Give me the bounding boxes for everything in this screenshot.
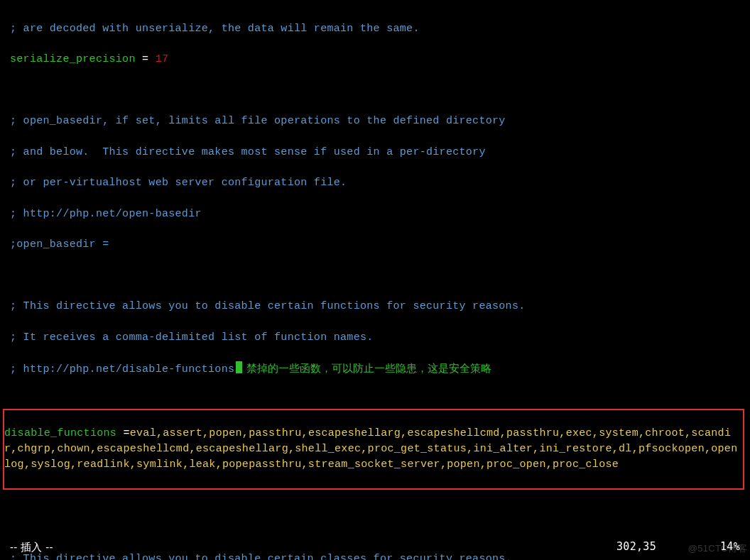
equals-sign: =	[123, 427, 129, 439]
ini-value-number: 17	[156, 53, 169, 65]
code-line: ; and below. This directive makes most s…	[10, 145, 747, 160]
equals-sign: =	[136, 53, 156, 65]
blank-line	[10, 268, 747, 284]
comment-text: ; This directive allows you to disable c…	[10, 300, 526, 312]
comment-text: ; It receives a comma-delimited list of …	[10, 331, 374, 344]
statusbar-spacer	[53, 539, 616, 555]
insert-cursor	[236, 361, 242, 373]
code-line: ; It receives a comma-delimited list of …	[10, 330, 747, 346]
comment-text: ; or per-virtualhost web server configur…	[10, 177, 347, 189]
comment-text: ; and below. This directive makes most s…	[10, 146, 486, 158]
code-line: ; are decoded with unserialize, the data…	[10, 21, 747, 37]
code-line: ; This directive allows you to disable c…	[10, 299, 747, 314]
blank-line	[10, 83, 747, 99]
vim-mode-indicator: -- 插入 --	[10, 539, 53, 555]
code-line: serialize_precision = 17	[10, 52, 747, 67]
ini-key: disable_functions	[4, 427, 123, 439]
code-line: ; http://php.net/disable-functions禁掉的一些函…	[10, 361, 747, 378]
code-line: ; open_basedir, if set, limits all file …	[10, 114, 747, 129]
blank-line	[10, 521, 747, 537]
scroll-percent: 14%	[720, 539, 740, 555]
code-line: ; or per-virtualhost web server configur…	[10, 175, 747, 191]
comment-text: ; http://php.net/open-basedir	[10, 208, 202, 220]
ini-key: serialize_precision	[10, 53, 136, 65]
comment-text: ;open_basedir =	[10, 238, 109, 251]
vim-status-bar: -- 插入 -- 302,35 14%	[0, 539, 750, 555]
annotation-chinese: 禁掉的一些函数，可以防止一些隐患，这是安全策略	[246, 362, 491, 374]
editor-viewport[interactable]: ; are decoded with unserialize, the data…	[0, 0, 750, 560]
comment-text: ; open_basedir, if set, limits all file …	[10, 115, 506, 127]
code-line: ; http://php.net/open-basedir	[10, 207, 747, 222]
comment-text: ; http://php.net/disable-functions	[10, 363, 234, 375]
code-line: ;open_basedir =	[10, 237, 747, 253]
comment-text: ; are decoded with unserialize, the data…	[10, 23, 420, 35]
cursor-position: 302,35	[616, 539, 656, 555]
disable-functions-highlight-box: disable_functions =eval,assert,popen,pas…	[3, 409, 744, 490]
code-line: disable_functions =eval,assert,popen,pas…	[4, 426, 743, 472]
